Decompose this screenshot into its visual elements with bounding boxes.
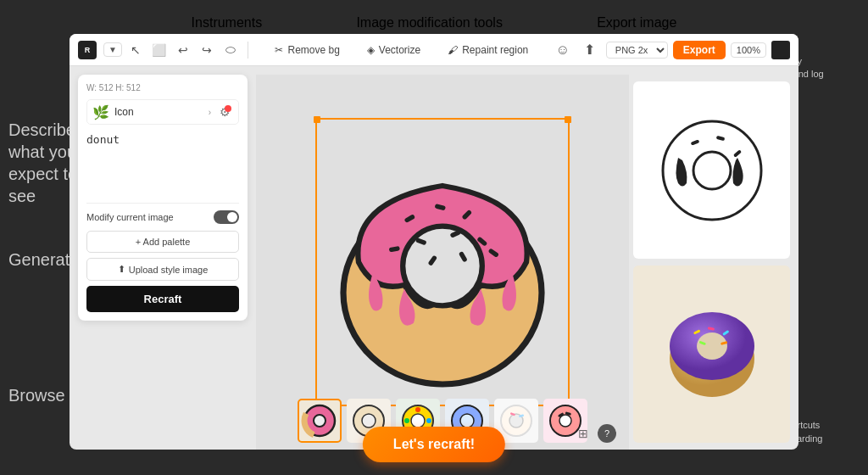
canvas-frame[interactable] <box>315 118 570 406</box>
export-button[interactable]: Export <box>673 41 726 59</box>
variation-donut-realistic <box>653 295 771 414</box>
generate-label: Generate <box>8 250 79 270</box>
modify-toggle-row: Modify current image <box>86 210 239 224</box>
thumbnail-1[interactable] <box>298 399 342 443</box>
share-btn[interactable]: ⬆ <box>579 39 601 61</box>
layer-name: Icon <box>114 106 203 118</box>
separator-1 <box>248 42 248 59</box>
svg-point-23 <box>460 414 474 428</box>
vectorize-action[interactable]: ◈ Vectorize <box>360 41 427 59</box>
variation-donut-bw <box>653 111 771 230</box>
export-label: Export image <box>597 15 676 31</box>
svg-point-18 <box>411 414 425 428</box>
app-logo[interactable]: R <box>78 41 97 59</box>
variation-card-2[interactable] <box>633 265 790 443</box>
handle-tl[interactable] <box>314 116 320 123</box>
right-panel <box>633 75 790 450</box>
layer-emoji-icon: 🌿 <box>92 104 109 120</box>
svg-point-33 <box>693 152 731 189</box>
layer-dropdown[interactable]: ▼ <box>103 42 122 57</box>
svg-point-21 <box>404 418 409 423</box>
upload-icon: ⬆ <box>118 264 125 275</box>
svg-point-20 <box>426 418 431 423</box>
layer-row[interactable]: 🌿 Icon › ⚙ <box>86 99 239 125</box>
svg-point-39 <box>697 332 727 360</box>
vectorize-label: Vectorize <box>379 44 420 56</box>
redo-tool[interactable]: ↪ <box>197 40 217 60</box>
select-tool[interactable]: ↖ <box>125 40 146 60</box>
handle-tr[interactable] <box>565 116 571 123</box>
toolbar-right: ☺ ⬆ PNG 2x PNG 1x SVG Export 100% <box>552 39 790 61</box>
remove-bg-label: Remove bg <box>287 44 339 56</box>
add-palette-btn[interactable]: + Add palette <box>86 231 239 253</box>
instruments-label: Instruments <box>192 15 263 31</box>
svg-point-13 <box>314 415 326 427</box>
svg-point-1 <box>403 226 482 306</box>
image-tools-label: Image modification tools <box>356 15 503 31</box>
canvas-content <box>317 120 568 405</box>
donut-main-svg <box>328 135 557 389</box>
repaint-action[interactable]: 🖌 Repaint region <box>441 41 535 59</box>
bottom-cta: Let's recraft! <box>363 427 505 462</box>
modify-toggle[interactable] <box>214 210 239 224</box>
layer-settings-btn[interactable]: ⚙ <box>216 103 233 120</box>
svg-point-29 <box>559 415 571 427</box>
svg-point-19 <box>415 407 420 412</box>
upload-style-label: Upload style image <box>129 265 209 275</box>
top-labels: Instruments Image modification tools Exp… <box>0 15 868 31</box>
remove-bg-action[interactable]: ✂ Remove bg <box>268 41 346 59</box>
describe-textarea[interactable]: donut <box>86 133 239 193</box>
thumb-donut-1 <box>301 402 338 439</box>
panel-divider <box>86 203 239 204</box>
recraft-button[interactable]: Recraft <box>86 286 239 312</box>
color-swatch[interactable] <box>771 41 790 59</box>
frame-tool[interactable]: ⬭ <box>220 40 241 60</box>
crop-tool[interactable]: ⬜ <box>149 40 170 60</box>
layers-icon[interactable]: ⊞ <box>574 424 593 443</box>
modify-label: Modify current image <box>86 212 174 222</box>
zoom-value[interactable]: 100% <box>731 42 766 58</box>
toolbar-center: ✂ Remove bg ◈ Vectorize 🖌 Repaint region <box>255 41 548 59</box>
layer-chevron-icon: › <box>209 108 211 117</box>
repaint-label: Repaint region <box>462 44 528 56</box>
variation-card-1[interactable] <box>633 81 790 259</box>
left-panel: W: 512 H: 512 🌿 Icon › ⚙ donut Modify cu… <box>78 75 248 321</box>
canvas-area <box>256 75 629 450</box>
toolbar: R ▼ ↖ ⬜ ↩ ↪ ⬭ ✂ Remove bg ◈ Vectorize 🖌 … <box>70 34 798 66</box>
browse-label: Browse <box>8 386 65 405</box>
main-container: R ▼ ↖ ⬜ ↩ ↪ ⬭ ✂ Remove bg ◈ Vectorize 🖌 … <box>70 34 798 450</box>
lets-recraft-button[interactable]: Let's recraft! <box>363 427 505 462</box>
bottom-icons: ⊞ ? <box>574 424 616 443</box>
svg-point-16 <box>362 414 376 428</box>
upload-style-btn[interactable]: ⬆ Upload style image <box>86 258 239 281</box>
emoji-btn[interactable]: ☺ <box>552 39 574 61</box>
describe-label: Describewhat youexpect tosee <box>8 119 77 207</box>
size-info: W: 512 H: 512 <box>86 83 239 92</box>
undo-tool[interactable]: ↩ <box>173 40 193 60</box>
notification-dot <box>225 105 231 112</box>
help-icon[interactable]: ? <box>598 424 616 443</box>
format-select[interactable]: PNG 2x PNG 1x SVG <box>606 42 668 59</box>
